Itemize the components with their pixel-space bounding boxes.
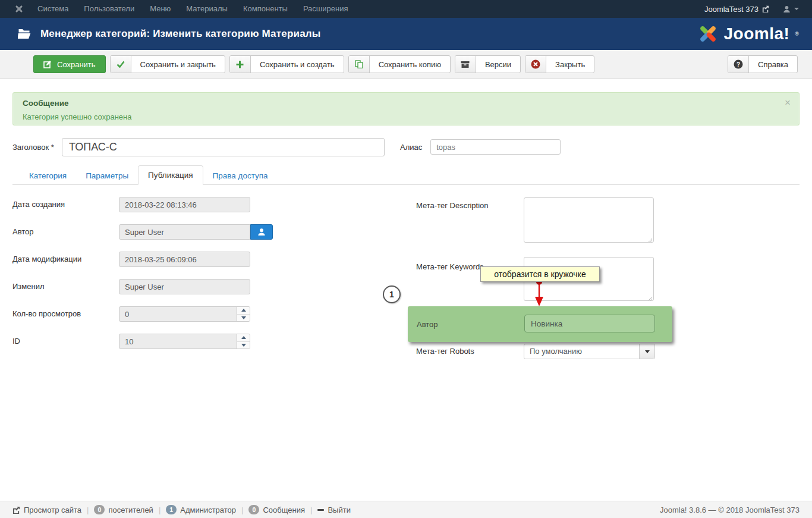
registered-mark: ® — [795, 31, 799, 37]
tab-options[interactable]: Параметры — [76, 167, 138, 185]
title-label: Заголовок * — [12, 143, 62, 152]
select-caret-button[interactable] — [639, 344, 654, 359]
logout-label: Выйти — [328, 506, 351, 514]
publishing-tab-panel: Дата создания Автор Дата модификации Изм… — [0, 184, 812, 501]
spinner-up-button[interactable] — [237, 334, 250, 342]
admin-menu-bar: Система Пользователи Меню Материалы Комп… — [0, 0, 812, 18]
save-copy-label: Сохранить копию — [370, 60, 450, 69]
svg-text:?: ? — [737, 61, 740, 68]
save-new-button[interactable]: Сохранить и создать — [229, 55, 344, 73]
author-label: Автор — [12, 224, 34, 240]
menu-item-extensions[interactable]: Расширения — [295, 0, 356, 18]
separator: | — [241, 506, 243, 514]
tab-permissions[interactable]: Права доступа — [203, 167, 278, 185]
highlight-author-label: Автор — [417, 306, 438, 342]
joomla-mark-icon — [14, 4, 24, 14]
user-icon — [257, 228, 266, 236]
view-site-label: Просмотр сайта — [24, 506, 81, 514]
highlight-author-input[interactable] — [524, 315, 655, 332]
admins-count-badge: 1 — [166, 505, 177, 514]
menu-item-components[interactable]: Компоненты — [235, 0, 295, 18]
copy-icon — [349, 56, 370, 73]
external-link-icon — [12, 506, 20, 514]
close-label: Закрыть — [546, 60, 594, 69]
annotation-arrow-icon — [533, 278, 546, 308]
hits-label: Кол-во просмотров — [12, 306, 81, 322]
chevron-down-icon — [645, 350, 650, 353]
title-input[interactable] — [62, 138, 385, 156]
annotation-step-circle: 1 — [383, 285, 401, 303]
visitors-count-badge: 0 — [94, 505, 105, 514]
user-menu-button[interactable] — [783, 5, 801, 13]
folder-open-icon — [18, 29, 31, 39]
chevron-down-icon — [794, 8, 799, 10]
version-text: Joomla! 3.8.6 — © 2018 JoomlaTest 373 — [660, 506, 800, 514]
id-stepper — [119, 334, 250, 349]
menu-item-system[interactable]: Система — [30, 0, 76, 18]
joomla-logo: Joomla!® — [697, 23, 800, 45]
separator: | — [310, 506, 312, 514]
meta-description-textarea[interactable] — [524, 197, 654, 243]
page-title: Менеджер категорий: Изменить категорию М… — [40, 28, 321, 40]
messages-label: Сообщения — [263, 506, 305, 514]
save-label: Сохранить — [57, 60, 96, 69]
id-label: ID — [12, 334, 20, 349]
main-content: Сообщение Категория успешно сохранена × … — [0, 79, 812, 501]
logout-icon — [317, 509, 324, 511]
logout-link[interactable]: Выйти — [317, 506, 351, 514]
close-circle-icon — [525, 56, 546, 73]
versions-label: Версии — [476, 60, 520, 69]
created-date-input — [119, 197, 250, 212]
user-icon — [783, 5, 791, 13]
versions-button[interactable]: Версии — [455, 55, 521, 73]
menu-item-users[interactable]: Пользователи — [76, 0, 142, 18]
annotation-tooltip: отобразится в кружочке — [480, 266, 600, 282]
tab-category[interactable]: Категория — [20, 167, 76, 185]
message-body: Категория успешно сохранена — [23, 112, 789, 121]
modified-date-label: Дата модификации — [12, 252, 81, 267]
message-title: Сообщение — [23, 99, 789, 108]
id-input — [119, 334, 237, 349]
spinner-down-button[interactable] — [237, 342, 250, 349]
help-button[interactable]: ? Справка — [728, 55, 798, 73]
save-button[interactable]: Сохранить — [33, 55, 106, 73]
tab-publishing[interactable]: Публикация — [138, 165, 203, 185]
save-copy-button[interactable]: Сохранить копию — [348, 55, 451, 73]
message-close-icon[interactable]: × — [785, 98, 791, 108]
meta-keywords-label: Мета-тег Keywords — [416, 259, 484, 275]
meta-robots-label: Мета-тег Robots — [416, 344, 474, 359]
admin-menu: Система Пользователи Меню Материалы Комп… — [30, 0, 355, 18]
joomla-admin-page: Система Пользователи Меню Материалы Комп… — [0, 0, 812, 518]
spinner-up-button[interactable] — [237, 307, 250, 315]
admins-label: Администратор — [180, 506, 236, 514]
select-user-button[interactable] — [250, 224, 273, 240]
title-row: Заголовок * Алиас — [12, 137, 561, 156]
success-message: Сообщение Категория успешно сохранена × — [12, 92, 800, 125]
help-label: Справка — [749, 60, 797, 69]
site-preview-link[interactable]: JoomlaTest 373 — [704, 5, 769, 14]
joomla-logo-icon — [697, 23, 719, 45]
external-link-icon — [762, 5, 769, 12]
meta-robots-value: По умолчанию — [524, 344, 639, 359]
visitors-status: 0 посетителей — [94, 505, 153, 514]
archive-icon — [455, 56, 476, 73]
meta-description-label: Мета-тег Description — [416, 198, 489, 214]
menu-item-menus[interactable]: Меню — [142, 0, 178, 18]
view-site-link[interactable]: Просмотр сайта — [12, 506, 81, 514]
messages-status: 0 Сообщения — [248, 505, 305, 514]
annotation-highlight-box: Автор — [408, 306, 672, 342]
close-button[interactable]: Закрыть — [525, 55, 594, 73]
menu-item-content[interactable]: Материалы — [178, 0, 235, 18]
page-header: Менеджер категорий: Изменить категорию М… — [0, 18, 812, 50]
check-icon — [111, 56, 131, 73]
alias-input[interactable] — [430, 139, 561, 155]
separator: | — [159, 506, 160, 514]
meta-robots-select[interactable]: По умолчанию — [524, 344, 655, 359]
alias-label: Алиас — [400, 143, 422, 152]
save-close-label: Сохранить и закрыть — [131, 60, 225, 69]
admins-status: 1 Администратор — [166, 505, 236, 514]
save-close-button[interactable]: Сохранить и закрыть — [110, 55, 225, 73]
modified-by-label: Изменил — [12, 279, 45, 294]
spinner-down-button[interactable] — [237, 315, 250, 322]
created-date-label: Дата создания — [12, 197, 65, 212]
